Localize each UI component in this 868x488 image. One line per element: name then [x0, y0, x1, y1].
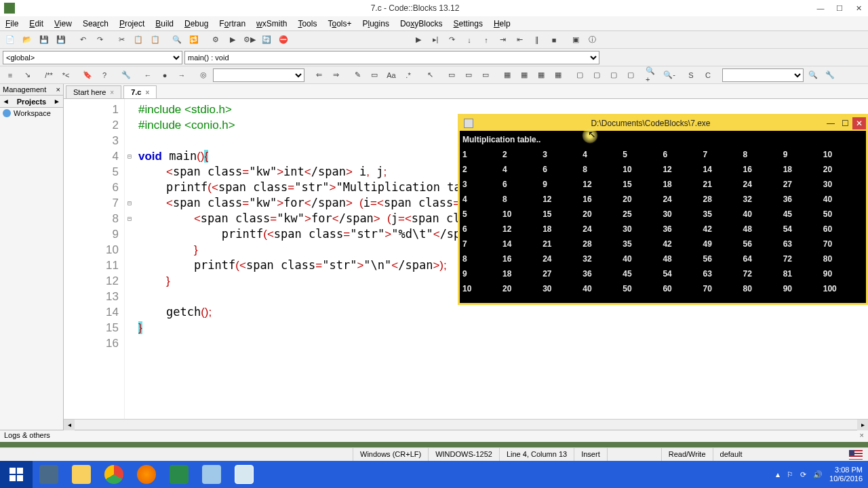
console-close-button[interactable]: ✕	[852, 117, 866, 129]
win3-icon[interactable]: ▢	[606, 68, 621, 83]
taskbar-chrome-icon[interactable]	[98, 461, 130, 488]
menu-build[interactable]: Build	[150, 17, 179, 30]
search-go-icon[interactable]: 🔍	[806, 68, 821, 83]
menu-plugins[interactable]: Plugins	[357, 17, 395, 30]
abort-icon[interactable]: ⛔	[276, 33, 291, 47]
console-minimize-button[interactable]: —	[824, 117, 837, 129]
zoom-out-icon[interactable]: 🔍-	[662, 68, 677, 83]
logs-close-icon[interactable]: ×	[860, 431, 864, 441]
target-select[interactable]	[213, 68, 304, 82]
start-button[interactable]	[0, 461, 33, 488]
logs-panel-header[interactable]: Logs & others ×	[0, 430, 868, 442]
tray-action-center-icon[interactable]: ⚐	[787, 470, 793, 479]
wrench-icon[interactable]: 🔧	[119, 68, 134, 83]
close-icon[interactable]: ×	[145, 89, 149, 96]
close-button[interactable]: ✕	[849, 1, 868, 15]
next-line-icon[interactable]: ↷	[445, 33, 460, 47]
build-run-icon[interactable]: ⚙▶	[242, 33, 257, 47]
menu-project[interactable]: Project	[114, 17, 150, 30]
save-icon[interactable]: 💾	[37, 33, 52, 47]
select-icon[interactable]: ▭	[367, 68, 382, 83]
text-icon[interactable]: Aa	[384, 68, 399, 83]
projects-tab[interactable]: ◂Projects▸	[0, 96, 63, 108]
menu-settings[interactable]: Settings	[448, 17, 488, 30]
horizontal-scrollbar[interactable]: ◂ ▸	[64, 419, 868, 430]
tab-7c[interactable]: 7.c ×	[123, 85, 157, 98]
run-icon[interactable]: ▶	[225, 33, 240, 47]
management-close-icon[interactable]: ×	[56, 85, 60, 94]
jump-icon[interactable]: ↘	[20, 68, 35, 83]
taskbar-app1-icon[interactable]	[163, 461, 195, 488]
grid4-icon[interactable]: ▦	[551, 68, 566, 83]
menu-fortran[interactable]: Fortran	[214, 17, 251, 30]
taskbar-notepad-icon[interactable]	[195, 461, 228, 488]
back-icon[interactable]: ←	[140, 68, 155, 83]
menu-help[interactable]: Help	[488, 17, 516, 30]
break-icon[interactable]: ‖	[530, 33, 545, 47]
nav-back-icon[interactable]: ⇐	[311, 68, 326, 83]
redo-icon[interactable]: ↷	[92, 33, 107, 47]
menu-view[interactable]: View	[49, 17, 77, 30]
settings-icon[interactable]: 🔧	[823, 68, 837, 83]
step-into-icon[interactable]: ↓	[462, 33, 477, 47]
tray-sync-icon[interactable]: ⟳	[800, 470, 806, 479]
fold-column[interactable]: ⊟⊟⊟	[125, 99, 134, 419]
system-tray[interactable]: ▴ ⚐ ⟳ 🔊 3:08 PM 10/6/2016	[776, 466, 868, 483]
taskbar-vbox-icon[interactable]	[33, 461, 65, 488]
stop-icon[interactable]: ■	[547, 33, 561, 47]
workspace-item[interactable]: Workspace	[0, 108, 63, 119]
locale-flag-icon[interactable]	[849, 450, 863, 460]
build-icon[interactable]: ⚙	[208, 33, 223, 47]
step-instr-icon[interactable]: ⇤	[513, 33, 528, 47]
rebuild-icon[interactable]: 🔄	[259, 33, 274, 47]
open-file-icon[interactable]: 📂	[20, 33, 35, 47]
tray-expand-icon[interactable]: ▴	[776, 470, 780, 479]
ptr-icon[interactable]: ↖	[422, 68, 437, 83]
taskbar-firefox-icon[interactable]	[130, 461, 163, 488]
menu-edit[interactable]: Edit	[24, 17, 49, 30]
find-icon[interactable]: 🔍	[170, 33, 184, 47]
menu-toolsplus[interactable]: Tools+	[322, 17, 357, 30]
save-all-icon[interactable]: 💾	[54, 33, 68, 47]
taskbar-explorer-icon[interactable]	[65, 461, 98, 488]
c-icon[interactable]: C	[701, 68, 715, 83]
win1-icon[interactable]: ▢	[572, 68, 587, 83]
comment-icon[interactable]: /**	[41, 68, 56, 83]
tray-volume-icon[interactable]: 🔊	[813, 470, 823, 479]
s-icon[interactable]: S	[684, 68, 698, 83]
scroll-left-icon[interactable]: ◂	[64, 420, 75, 430]
regex-icon[interactable]: .*	[401, 68, 416, 83]
menu-debug[interactable]: Debug	[179, 17, 214, 30]
bookmark-icon[interactable]: 🔖	[80, 68, 95, 83]
undo-icon[interactable]: ↶	[75, 33, 90, 47]
block1-icon[interactable]: ▭	[444, 68, 459, 83]
paste-icon[interactable]: 📋	[148, 33, 163, 47]
taskbar-codeblocks-icon[interactable]	[228, 461, 260, 488]
menu-file[interactable]: File	[0, 17, 24, 30]
debug-windows-icon[interactable]: ▣	[568, 33, 583, 47]
help-icon[interactable]: ?	[97, 68, 112, 83]
menu-search[interactable]: Search	[77, 17, 114, 30]
cut-icon[interactable]: ✂	[114, 33, 129, 47]
close-icon[interactable]: ×	[110, 89, 114, 96]
block2-icon[interactable]: ▭	[461, 68, 476, 83]
menu-tools[interactable]: Tools	[292, 17, 322, 30]
console-titlebar[interactable]: D:\Documents\CodeBlocks\7.exe — ☐ ✕	[460, 116, 866, 131]
target-icon[interactable]: ◎	[196, 68, 211, 83]
info-icon[interactable]: ⓘ	[585, 33, 600, 47]
step-out-icon[interactable]: ↑	[479, 33, 494, 47]
win2-icon[interactable]: ▢	[589, 68, 604, 83]
last-icon[interactable]: ●	[157, 68, 172, 83]
new-file-icon[interactable]: 📄	[3, 33, 18, 47]
maximize-button[interactable]: ☐	[830, 1, 849, 15]
menu-doxyblocks[interactable]: DoxyBlocks	[395, 17, 448, 30]
scope-global-select[interactable]: <global>	[3, 51, 182, 64]
run-to-cursor-icon[interactable]: ▸|	[428, 33, 443, 47]
grid2-icon[interactable]: ▦	[517, 68, 532, 83]
toggle-source-icon[interactable]: ≡	[3, 68, 18, 83]
block3-icon[interactable]: ▭	[478, 68, 493, 83]
replace-icon[interactable]: 🔁	[186, 33, 201, 47]
forward-icon[interactable]: →	[174, 68, 189, 83]
minimize-button[interactable]: —	[811, 1, 830, 15]
search-select[interactable]	[722, 68, 804, 82]
